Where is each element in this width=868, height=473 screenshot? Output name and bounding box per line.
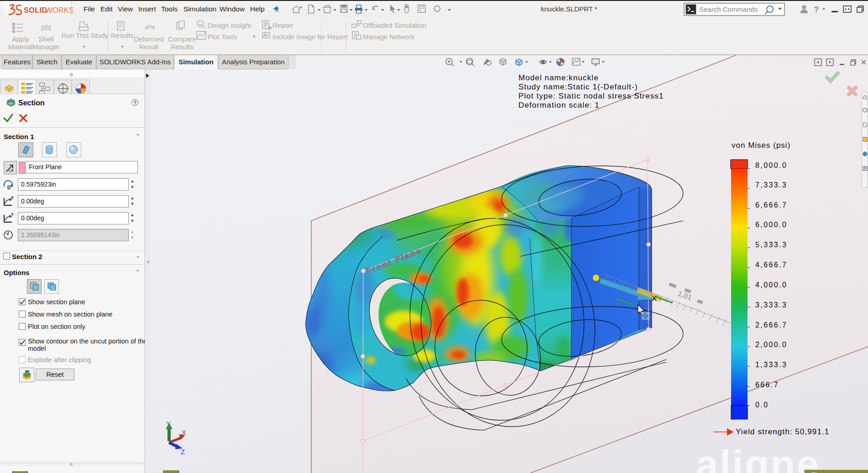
svg-text:D: D — [7, 185, 10, 190]
svg-text:SOLID: SOLID — [24, 6, 47, 14]
svg-text:WORKS: WORKS — [45, 6, 73, 14]
svg-text:Y: Y — [11, 212, 14, 217]
svg-text:Z: Z — [181, 448, 185, 456]
svg-text:X: X — [11, 195, 14, 200]
svg-text:X: X — [652, 294, 657, 303]
svg-text:?: ? — [814, 5, 819, 14]
svg-text:X: X — [182, 428, 186, 436]
